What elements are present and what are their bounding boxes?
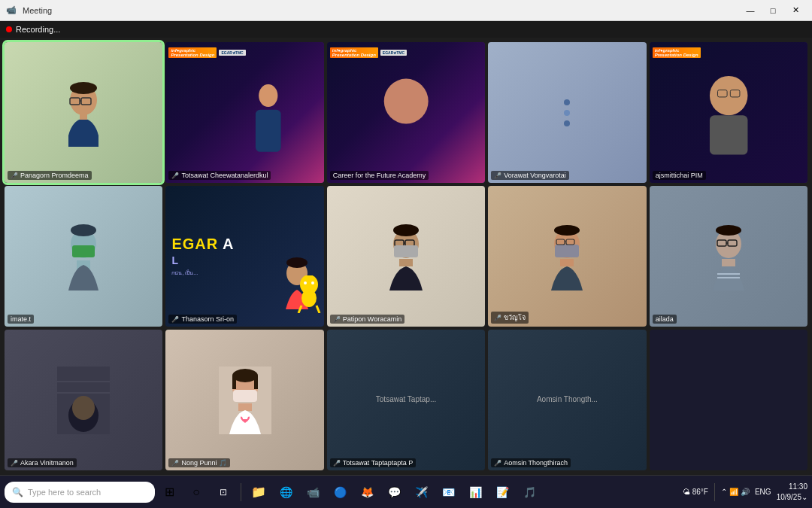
mascot-icon-7 [296,275,323,313]
svg-point-4 [70,82,97,94]
svg-rect-5 [80,114,87,120]
participant-cell-13[interactable]: Totsawat Taptap... 🎤 Totsawat Taptaptapt… [327,330,485,470]
participant-name-2: 🎤 Totsawat Cheewatanalerdkul [168,171,271,180]
file-explorer-icon[interactable]: 📁 [246,479,271,505]
participant-avatar-10 [702,223,755,291]
telegram-icon[interactable]: ✈️ [408,479,434,505]
close-button[interactable]: ✕ [785,2,806,19]
svg-rect-56 [238,403,252,411]
mic-icon-13: 🎤 [333,460,341,467]
svg-point-49 [72,396,95,420]
clock-time: 11:30 [777,482,807,492]
participant-cell-10[interactable]: ailada [650,186,807,327]
video-row-3: 🎤 Akara Vinitmanon 🎤 N [5,330,807,470]
network-icon[interactable]: 📶 [729,488,738,496]
svg-rect-7 [256,110,281,152]
participant-avatar-8 [380,223,432,291]
svg-rect-42 [722,259,735,266]
start-button[interactable]: ⊞ [156,479,182,505]
recording-text: Recording... [16,25,60,34]
svg-point-9 [710,76,747,115]
participant-name-5: ajsmittichai PIM [653,171,706,180]
slide-figure-3 [327,42,485,183]
taskbar-right: 🌤 86°F ⌃ 📶 🔊 ENG 11:30 10/9/25⌄ [683,482,807,503]
title-bar: 📹 Meeting — □ ✕ [0,0,812,21]
firefox-icon[interactable]: 🦊 [354,479,380,505]
system-clock[interactable]: 11:30 10/9/25⌄ [777,482,807,503]
window-title: Meeting [23,6,52,15]
participant-name-10: ailada [653,315,677,324]
chrome-icon[interactable]: 🔵 [327,479,353,505]
volume-icon[interactable]: 🔊 [741,488,750,496]
participant-name-3: Career for the Future Academy [330,171,429,180]
name-display-13: Totsawat Taptap... [376,394,436,406]
participant-avatar-1 [57,79,110,147]
display-name-13: Totsawat Taptap... [376,394,436,403]
svg-rect-54 [254,376,258,389]
svg-point-20 [304,281,307,284]
participant-name-13: 🎤 Totsawat Taptaptapta P [330,458,416,467]
mic-icon-7: 🎤 [171,316,179,323]
participant-cell-11[interactable]: 🎤 Akara Vinitmanon [5,330,162,470]
slide-figure-2 [165,42,323,183]
mic-icon-12: 🎤 [171,460,179,467]
participant-cell-1[interactable]: 🎤 Panagorn Promdeema [5,42,162,183]
participant-cell-3[interactable]: inf●graphicPresentation Design EGAR★TMC … [327,42,485,183]
divider-2 [714,483,715,501]
egar-subtitle-7: กน่น, เป็น... [171,269,198,277]
line-icon[interactable]: 💬 [381,479,407,505]
search-button[interactable]: ○ [183,479,209,505]
participant-name-6: imate.t [8,315,34,324]
participant-cell-9[interactable]: 🎤 ขวัญโจ [488,186,646,327]
minimize-button[interactable]: — [740,2,761,19]
name-display-14: Aomsin Thongth... [537,394,598,406]
vlc-icon[interactable]: 🎵 [517,479,542,505]
participant-avatar-11 [57,367,110,434]
lang-indicator[interactable]: ENG [755,488,771,496]
svg-rect-53 [232,376,236,389]
mic-icon-9: 🎤 [494,315,501,321]
participant-cell-5[interactable]: inf●graphicPresentation Design ajsmittic… [650,42,807,183]
svg-rect-55 [233,390,257,402]
excel-icon[interactable]: 📊 [462,479,488,505]
svg-rect-15 [72,245,95,257]
participant-cell-7[interactable]: EGAR AL กน่น, เป็น... 🎤 Thanasorn Sri- [165,186,323,327]
temperature: 86°F [692,488,708,496]
maximize-button[interactable]: □ [762,2,783,19]
participant-cell-4[interactable]: 🎤 Vorawat Vongvarotai [488,42,646,183]
slide-2: inf●graphicPresentation Design EGAR★TMC [165,42,323,183]
dot-1 [564,99,570,105]
participant-cell-14[interactable]: Aomsin Thongth... 🎤 Aomsin Thongthirach [488,330,646,470]
participant-cell-2[interactable]: inf●graphicPresentation Design EGAR★TMC … [165,42,323,183]
weather-widget: 🌤 86°F [683,488,708,496]
zoom-icon[interactable]: 📹 [300,479,326,505]
edge-icon[interactable]: 🌐 [273,479,298,505]
svg-point-21 [311,281,314,284]
search-icon: 🔍 [12,487,23,497]
video-grid: 🎤 Panagorn Promdeema inf●graphicPresenta… [0,38,812,475]
recording-dot [6,26,12,32]
svg-point-24 [393,224,419,236]
clock-date: 10/9/25⌄ [777,492,807,503]
svg-point-52 [232,369,258,382]
participant-cell-12[interactable]: 🎤 Nong Punni 🎵 [165,330,323,470]
word-icon[interactable]: 📝 [489,479,515,505]
system-tray[interactable]: ⌃ 📶 🔊 [721,488,750,496]
chevron-up-icon[interactable]: ⌃ [721,488,727,496]
participant-name-7: 🎤 Thanasorn Sri-on [168,315,237,324]
outlook-icon[interactable]: 📧 [435,479,461,505]
svg-point-6 [259,84,278,107]
video-row-1: 🎤 Panagorn Promdeema inf●graphicPresenta… [5,42,807,183]
svg-point-18 [286,257,308,268]
participant-cell-6[interactable]: imate.t [5,186,162,327]
participant-cell-8[interactable]: 🎤 Patipon Woracamin [327,186,485,327]
svg-rect-28 [394,245,418,257]
search-bar[interactable]: 🔍 Type here to search [5,482,155,503]
svg-point-22 [301,289,317,307]
participant-avatar-9 [541,223,593,291]
recording-bar: Recording... [0,21,812,38]
task-view-button[interactable]: ⊡ [211,479,236,505]
svg-rect-10 [710,115,747,154]
mic-icon-11: 🎤 [11,460,18,467]
dot-2 [564,110,570,116]
